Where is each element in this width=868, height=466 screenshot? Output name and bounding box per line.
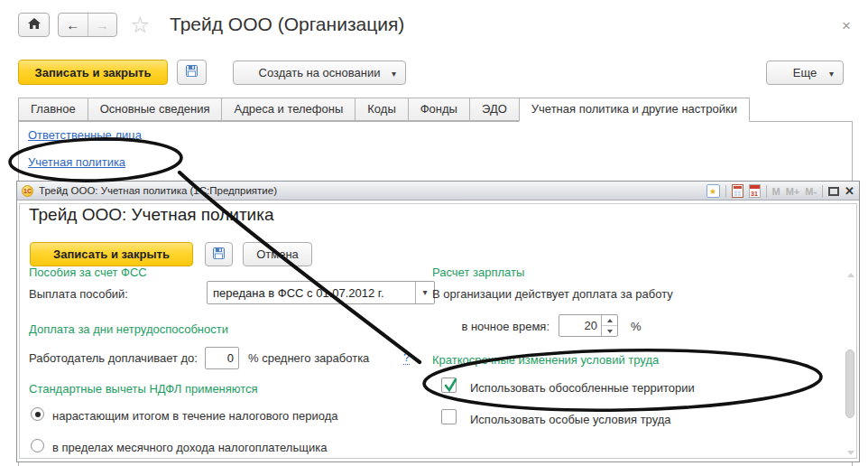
radio-monthly-income-label: в пределах месячного дохода налогоплател… [52,441,327,454]
save-button[interactable] [177,60,207,85]
tab-kody[interactable]: Коды [355,98,408,121]
surcharge-input[interactable]: 0 [205,347,239,369]
section-disability-surcharge: Доплата за дни нетрудоспособности [29,322,228,336]
radio-cumulative-total[interactable] [31,407,44,421]
floppy-icon [185,64,199,80]
stepper-up-icon[interactable] [602,315,617,326]
checkbox-separate-territories-label: Использовать обособленные территории [470,381,695,395]
chevron-down-icon: ▾ [829,70,834,79]
radio-cumulative-total-label: нарастающим итогом в течение налогового … [52,409,337,423]
salary-surcharge-text: В организации действует доплата за работ… [432,287,673,301]
scrollbar-thumb[interactable] [845,350,854,418]
dialog-title: Трейд ООО: Учетная политика (1С:Предприя… [39,185,277,196]
link-uchetnaya-politika[interactable]: Учетная политика [28,155,125,169]
maximize-icon[interactable] [828,187,839,196]
dialog-form: Пособия за счет ФСС Выплата пособий: пер… [21,268,855,459]
payment-value: передана в ФСС с 01.07.2012 г. [208,286,415,300]
section-short-term-changes: Краткосрочные изменения условий труда [432,353,659,367]
tab-osnovnye-svedeniya[interactable]: Основные сведения [88,98,223,121]
forward-icon[interactable]: → [88,14,117,36]
home-button[interactable] [18,13,50,37]
link-otvetstvennye-litsa[interactable]: Ответственные лица [28,128,142,142]
scroll-up-icon[interactable] [847,273,854,277]
memory-m-minus-button[interactable]: M- [805,186,817,197]
dialog-save-button[interactable] [205,242,233,266]
dialog-heading: Трейд ООО: Учетная политика [29,205,274,225]
dialog-scrollbar[interactable] [845,270,855,458]
create-based-on-button[interactable]: Создать на основании ▾ [233,61,406,85]
payment-combobox[interactable]: передана в ФСС с 01.07.2012 г. ▾ [207,281,435,304]
tab-bar: Главное Основные сведения Адреса и телеф… [18,98,750,122]
stepper-buttons [601,315,617,336]
app-window: ← → ☆ Трейд ООО (Организация) × Записать… [0,0,868,466]
night-time-label: в ночное время: [409,320,549,333]
dialog-close-icon[interactable]: ✕ [845,184,854,198]
section-ndfl-deductions: Стандартные вычеты НДФЛ применяются [29,382,258,396]
favorites-icon[interactable]: ★ [706,184,720,198]
tab-edo[interactable]: ЭДО [469,98,520,121]
chevron-down-icon: ▾ [422,288,427,297]
dialog-titlebar[interactable]: 1С Трейд ООО: Учетная политика (1С:Предп… [17,182,859,200]
floppy-icon [212,247,226,263]
calculator-icon[interactable] [732,184,743,198]
section-salary-calc: Расчет зарплаты [432,268,524,279]
help-icon[interactable]: ? [403,350,410,365]
create-based-on-label: Создать на основании [259,66,381,79]
more-button[interactable]: Еще ▾ [766,61,844,85]
favorite-star-icon[interactable]: ☆ [130,12,150,38]
home-icon [27,17,42,33]
night-percent-value: 20 [559,315,601,336]
night-percent-suffix: % [631,320,642,333]
1c-logo-icon: 1С [22,185,33,197]
checkbox-separate-territories[interactable] [441,377,457,393]
night-percent-stepper[interactable]: 20 [559,314,618,337]
radio-monthly-income[interactable] [31,439,44,452]
separator [822,185,823,198]
tab-uchetnaya-politika[interactable]: Учетная политика и другие настройки [519,98,750,122]
section-fss-benefits: Пособия за счет ФСС [29,268,147,279]
surcharge-suffix: % среднего заработка [248,351,369,365]
more-label: Еще [793,66,817,79]
separator [725,185,726,198]
tab-fondy[interactable]: Фонды [408,98,470,121]
page-title: Трейд ООО (Организация) [170,14,404,35]
cancel-button[interactable]: Отмена [243,242,312,266]
checkbox-special-conditions-label: Использовать особые условия труда [470,413,671,426]
history-nav: ← → [58,13,117,37]
dialog-save-and-close-button[interactable]: Записать и закрыть [30,242,193,266]
tab-glavnoe[interactable]: Главное [18,98,88,121]
memory-m-plus-button[interactable]: M+ [786,186,800,197]
dialog-system-buttons: ★ 31 M M+ M- ✕ [706,182,855,200]
back-icon[interactable]: ← [59,14,88,36]
stepper-down-icon[interactable] [602,326,617,336]
separator [766,185,767,198]
combobox-dropdown-button[interactable]: ▾ [415,282,434,303]
checkmark-icon [443,377,458,394]
calendar-icon[interactable]: 31 [749,184,761,198]
scroll-down-icon[interactable] [847,451,854,455]
memory-m-button[interactable]: M [772,186,780,197]
payment-label: Выплата пособий: [29,287,128,301]
page-close-icon[interactable]: × [842,17,851,35]
accounting-policy-dialog: 1С Трейд ООО: Учетная политика (1С:Предп… [16,181,860,462]
surcharge-label: Работодатель доплачивает до: [29,351,198,365]
chevron-down-icon: ▾ [392,70,396,79]
tab-adresa-i-telefony[interactable]: Адреса и телефоны [221,98,356,121]
save-and-close-button[interactable]: Записать и закрыть [18,60,168,85]
checkbox-special-conditions[interactable] [441,409,457,424]
